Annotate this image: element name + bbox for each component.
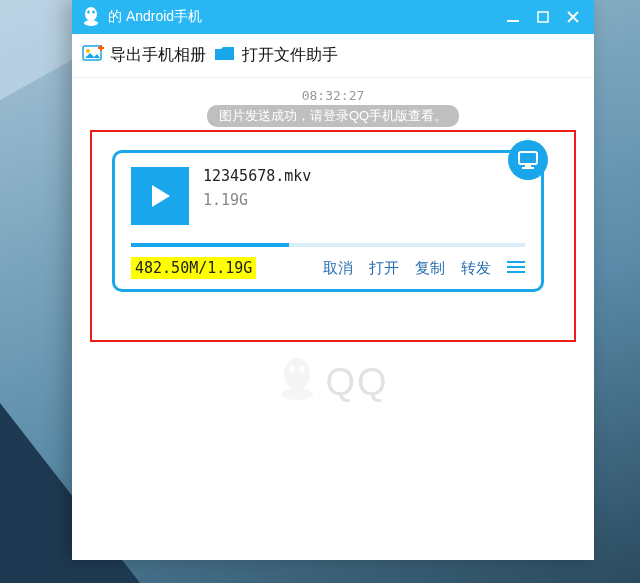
svg-point-0 bbox=[85, 7, 97, 21]
svg-rect-5 bbox=[538, 12, 548, 22]
svg-rect-14 bbox=[507, 271, 525, 273]
open-file-helper-label: 打开文件助手 bbox=[242, 45, 338, 66]
message-timestamp: 08:32:27 bbox=[72, 88, 594, 103]
svg-point-15 bbox=[284, 358, 310, 390]
play-icon bbox=[146, 182, 174, 210]
progress-bar-fill bbox=[131, 243, 289, 247]
svg-rect-13 bbox=[507, 266, 525, 268]
export-photos-label: 导出手机相册 bbox=[110, 45, 206, 66]
title-bar: 的 Android手机 bbox=[72, 0, 594, 34]
chat-area: 08:32:27 图片发送成功，请登录QQ手机版查看。 12345678.mkv… bbox=[72, 78, 594, 560]
svg-point-3 bbox=[92, 10, 95, 14]
minimize-button[interactable] bbox=[498, 5, 528, 29]
svg-marker-11 bbox=[152, 185, 170, 207]
message-bubble: 12345678.mkv 1.19G 482.50M/1.19G 取消 打开 复… bbox=[112, 150, 544, 292]
svg-point-18 bbox=[300, 366, 305, 373]
svg-rect-9 bbox=[525, 165, 531, 167]
export-photos-button[interactable]: 导出手机相册 bbox=[82, 45, 206, 67]
svg-point-2 bbox=[87, 10, 90, 14]
watermark-text: QQ bbox=[325, 361, 388, 404]
copy-button[interactable]: 复制 bbox=[415, 259, 445, 278]
svg-rect-8 bbox=[519, 152, 537, 164]
open-button[interactable]: 打开 bbox=[369, 259, 399, 278]
forward-button[interactable]: 转发 bbox=[461, 259, 491, 278]
progress-text: 482.50M/1.19G bbox=[131, 257, 256, 279]
toolbar: 导出手机相册 打开文件助手 bbox=[72, 34, 594, 78]
window-title: 的 Android手机 bbox=[108, 8, 202, 26]
video-thumbnail[interactable] bbox=[131, 167, 189, 225]
file-message: 12345678.mkv 1.19G 482.50M/1.19G 取消 打开 复… bbox=[112, 150, 544, 292]
svg-point-1 bbox=[84, 20, 98, 26]
qq-watermark: QQ bbox=[72, 356, 594, 409]
svg-point-16 bbox=[281, 388, 313, 400]
hamburger-icon bbox=[507, 260, 525, 274]
sender-avatar-pc[interactable] bbox=[508, 140, 548, 180]
more-menu-button[interactable] bbox=[507, 260, 525, 277]
file-name: 12345678.mkv bbox=[203, 167, 311, 185]
open-file-helper-button[interactable]: 打开文件助手 bbox=[214, 45, 338, 67]
svg-point-17 bbox=[290, 366, 295, 373]
close-button[interactable] bbox=[558, 5, 588, 29]
monitor-icon bbox=[517, 150, 539, 170]
photo-export-icon bbox=[82, 45, 104, 67]
qq-penguin-icon bbox=[82, 6, 100, 29]
svg-rect-4 bbox=[507, 20, 519, 22]
qq-window: 的 Android手机 导出手机相册 打开文件助手 08:32:27 图片发送成… bbox=[72, 0, 594, 560]
cancel-button[interactable]: 取消 bbox=[323, 259, 353, 278]
svg-rect-12 bbox=[507, 261, 525, 263]
file-size: 1.19G bbox=[203, 191, 311, 209]
maximize-button[interactable] bbox=[528, 5, 558, 29]
svg-point-7 bbox=[86, 49, 90, 53]
penguin-watermark-icon bbox=[277, 356, 317, 409]
svg-rect-10 bbox=[522, 167, 534, 169]
status-banner: 图片发送成功，请登录QQ手机版查看。 bbox=[207, 105, 459, 127]
folder-icon bbox=[214, 45, 236, 67]
